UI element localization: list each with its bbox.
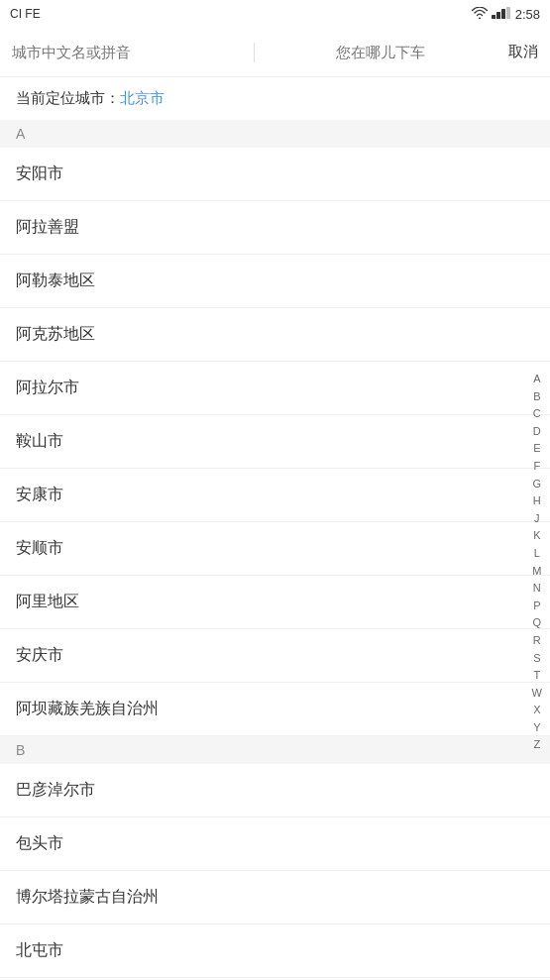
alpha-item-n[interactable]: N — [529, 580, 545, 598]
city-item[interactable]: 阿坝藏族羌族自治州 — [0, 683, 550, 736]
city-item[interactable]: 包头市 — [0, 817, 550, 871]
alpha-item-l[interactable]: L — [530, 545, 544, 563]
alpha-item-z[interactable]: Z — [529, 736, 544, 754]
city-item[interactable]: 安顺市 — [0, 522, 550, 576]
alphabet-index: ABCDEFGHJKLMNPQRSTWXYZ — [524, 367, 550, 758]
alpha-item-e[interactable]: E — [529, 440, 544, 458]
svg-rect-1 — [496, 12, 500, 19]
alpha-item-j[interactable]: J — [530, 510, 544, 528]
city-item[interactable]: 鞍山市 — [0, 415, 550, 469]
city-item[interactable]: 安康市 — [0, 469, 550, 522]
alpha-item-b[interactable]: B — [529, 388, 544, 406]
city-item[interactable]: 巴彦淖尔市 — [0, 764, 550, 817]
svg-rect-2 — [501, 9, 505, 19]
city-item[interactable]: 阿拉善盟 — [0, 201, 550, 255]
alpha-item-r[interactable]: R — [529, 632, 545, 650]
city-item[interactable]: 北屯市 — [0, 925, 550, 978]
status-bar-left: CI FE — [10, 7, 41, 21]
cancel-button[interactable]: 取消 — [508, 43, 538, 61]
status-bar-text: CI FE — [10, 7, 41, 21]
dropoff-search-input[interactable] — [265, 44, 496, 60]
header-divider — [254, 43, 255, 62]
alpha-item-s[interactable]: S — [529, 650, 544, 668]
header: 取消 — [0, 28, 550, 77]
current-city[interactable]: 北京市 — [120, 89, 165, 106]
alpha-item-w[interactable]: W — [528, 685, 546, 703]
status-bar-right: 2:58 — [472, 7, 540, 22]
alpha-item-p[interactable]: P — [529, 598, 544, 615]
status-bar: CI FE 2:58 — [0, 0, 550, 28]
city-item[interactable]: 安庆市 — [0, 629, 550, 683]
alpha-item-m[interactable]: M — [528, 563, 545, 581]
city-item[interactable]: 安阳市 — [0, 148, 550, 201]
alpha-item-t[interactable]: T — [529, 667, 544, 685]
location-prefix: 当前定位城市： — [16, 89, 120, 106]
alpha-item-h[interactable]: H — [529, 492, 545, 510]
alpha-item-q[interactable]: Q — [529, 614, 546, 632]
city-item[interactable]: 阿拉尔市 — [0, 362, 550, 415]
svg-rect-3 — [506, 7, 510, 19]
alpha-item-g[interactable]: G — [529, 476, 546, 493]
alpha-item-d[interactable]: D — [529, 423, 545, 441]
city-list: A安阳市阿拉善盟阿勒泰地区阿克苏地区阿拉尔市鞍山市安康市安顺市阿里地区安庆市阿坝… — [0, 120, 550, 980]
alpha-item-c[interactable]: C — [529, 405, 545, 423]
section-header-a: A — [0, 120, 550, 148]
alpha-item-a[interactable]: A — [529, 371, 544, 388]
city-item[interactable]: 阿勒泰地区 — [0, 255, 550, 308]
city-search-input[interactable] — [12, 44, 244, 60]
city-item[interactable]: 阿里地区 — [0, 576, 550, 629]
status-time: 2:58 — [515, 7, 540, 22]
current-location: 当前定位城市：北京市 — [0, 77, 550, 120]
signal-icon — [492, 7, 511, 22]
alpha-item-f[interactable]: F — [529, 458, 544, 476]
svg-rect-0 — [492, 15, 495, 19]
section-header-b: B — [0, 736, 550, 764]
city-item[interactable]: 博尔塔拉蒙古自治州 — [0, 871, 550, 925]
wifi-icon — [472, 7, 488, 22]
alpha-item-x[interactable]: X — [529, 702, 544, 719]
alpha-item-y[interactable]: Y — [529, 719, 544, 737]
alpha-item-k[interactable]: K — [529, 527, 544, 545]
city-item[interactable]: 阿克苏地区 — [0, 308, 550, 362]
